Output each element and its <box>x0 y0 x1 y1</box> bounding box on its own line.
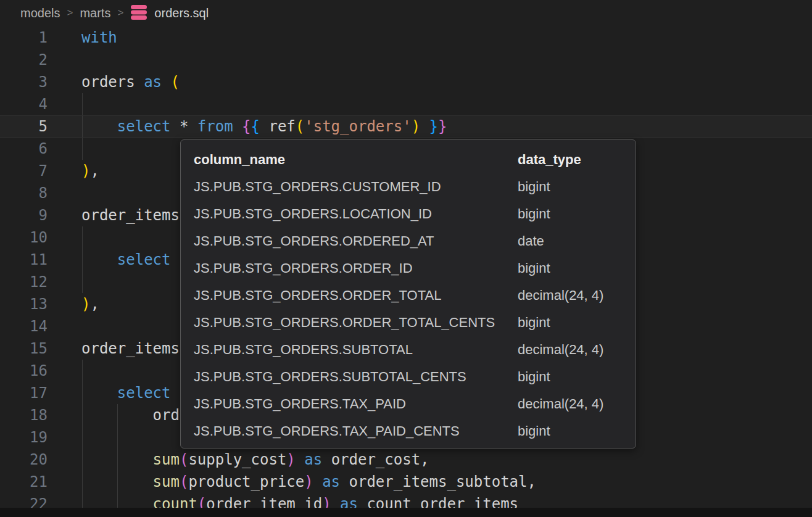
code-text: count(order_item_id) as count_order_item… <box>81 493 518 508</box>
line-number[interactable]: 13 <box>0 293 48 315</box>
code-text: ), <box>81 293 99 315</box>
code-text: order_items <box>81 204 180 226</box>
line-number[interactable]: 20 <box>0 449 48 471</box>
data-type-cell: decimal(24, 4) <box>518 336 636 363</box>
breadcrumb-file[interactable]: orders.sql <box>154 6 209 20</box>
line-number[interactable]: 11 <box>0 249 48 271</box>
line-number[interactable]: 19 <box>0 426 48 449</box>
code-text: orders as ( <box>81 71 180 93</box>
code-text: with <box>81 27 117 49</box>
data-type-cell: bigint <box>518 363 636 391</box>
column-name-cell: JS.PUB.STG_ORDERS.SUBTOTAL <box>194 336 518 363</box>
breadcrumb-item-marts[interactable]: marts <box>80 6 110 20</box>
data-type-cell: decimal(24, 4) <box>518 282 636 309</box>
column-name-cell: JS.PUB.STG_ORDERS.LOCATION_ID <box>194 201 518 228</box>
code-line-20[interactable]: 20 sum(supply_cost) as order_cost, <box>0 449 812 471</box>
line-number[interactable]: 9 <box>0 204 48 226</box>
column-name-header: column_name <box>194 146 518 173</box>
line-number[interactable]: 22 <box>0 493 48 508</box>
line-number[interactable]: 17 <box>0 382 48 404</box>
line-number[interactable]: 2 <box>0 49 48 71</box>
data-type-cell: date <box>518 228 636 255</box>
indent-guide <box>82 93 83 115</box>
code-text: select <box>81 382 171 404</box>
line-number[interactable]: 7 <box>0 160 48 182</box>
code-text: select <box>81 249 171 271</box>
code-line-2[interactable]: 2 <box>0 49 812 71</box>
indent-guide <box>82 271 83 293</box>
line-number[interactable]: 16 <box>0 360 48 382</box>
data-type-header: data_type <box>518 146 636 173</box>
code-text: sum(supply_cost) as order_cost, <box>81 449 429 471</box>
column-name-cell: JS.PUB.STG_ORDERS.ORDERED_AT <box>194 228 518 255</box>
code-text: ), <box>81 160 99 182</box>
indent-guide <box>82 426 83 449</box>
indent-guide <box>82 360 83 382</box>
code-text: select * from {{ ref('stg_orders') }} <box>81 116 447 137</box>
indent-guide <box>117 426 118 449</box>
code-text: order_items <box>81 337 180 360</box>
column-name-cell: JS.PUB.STG_ORDERS.ORDER_TOTAL_CENTS <box>194 309 518 336</box>
code-text: sum(product_price) as order_items_subtot… <box>81 471 536 493</box>
chevron-right-icon: > <box>117 7 123 19</box>
code-line-3[interactable]: 3orders as ( <box>0 71 812 93</box>
column-name-cell: JS.PUB.STG_ORDERS.TAX_PAID <box>194 391 518 418</box>
line-number[interactable]: 18 <box>0 404 48 426</box>
column-name-cell: JS.PUB.STG_ORDERS.TAX_PAID_CENTS <box>194 418 518 445</box>
data-type-cell: decimal(24, 4) <box>518 391 636 418</box>
column-name-cell: JS.PUB.STG_ORDERS.CUSTOMER_ID <box>194 173 518 201</box>
indent-guide <box>82 226 83 249</box>
column-name-cell: JS.PUB.STG_ORDERS.ORDER_TOTAL <box>194 282 518 309</box>
columns-table: column_name data_type JS.PUB.STG_ORDERS.… <box>194 146 636 445</box>
data-type-cell: bigint <box>518 418 636 445</box>
indent-guide <box>82 138 83 160</box>
line-number[interactable]: 5 <box>0 116 48 137</box>
line-number[interactable]: 21 <box>0 471 48 493</box>
line-number[interactable]: 15 <box>0 337 48 360</box>
line-number[interactable]: 10 <box>0 226 48 249</box>
data-type-cell: bigint <box>518 173 636 201</box>
column-name-cell: JS.PUB.STG_ORDERS.ORDER_ID <box>194 255 518 282</box>
breadcrumb-item-models[interactable]: models <box>20 6 60 20</box>
code-text: ord <box>81 404 180 426</box>
code-line-22[interactable]: 22 count(order_item_id) as count_order_i… <box>0 493 812 508</box>
database-icon <box>130 4 147 23</box>
code-line-21[interactable]: 21 sum(product_price) as order_items_sub… <box>0 471 812 493</box>
line-number[interactable]: 14 <box>0 315 48 337</box>
line-number[interactable]: 1 <box>0 27 48 49</box>
data-type-cell: bigint <box>518 201 636 228</box>
window-bottom-edge <box>0 508 812 517</box>
hover-tooltip: column_name data_type JS.PUB.STG_ORDERS.… <box>180 139 636 449</box>
data-type-cell: bigint <box>518 309 636 336</box>
line-number[interactable]: 6 <box>0 138 48 160</box>
code-line-4[interactable]: 4 <box>0 93 812 115</box>
breadcrumb: models > marts > orders.sql <box>0 0 812 27</box>
line-number[interactable]: 8 <box>0 182 48 204</box>
line-number[interactable]: 12 <box>0 271 48 293</box>
chevron-right-icon: > <box>67 7 73 19</box>
line-number[interactable]: 3 <box>0 71 48 93</box>
data-type-cell: bigint <box>518 255 636 282</box>
code-line-1[interactable]: 1with <box>0 27 812 49</box>
line-number[interactable]: 4 <box>0 93 48 115</box>
code-line-5[interactable]: 5 select * from {{ ref('stg_orders') }} <box>0 115 812 138</box>
column-name-cell: JS.PUB.STG_ORDERS.SUBTOTAL_CENTS <box>194 363 518 391</box>
